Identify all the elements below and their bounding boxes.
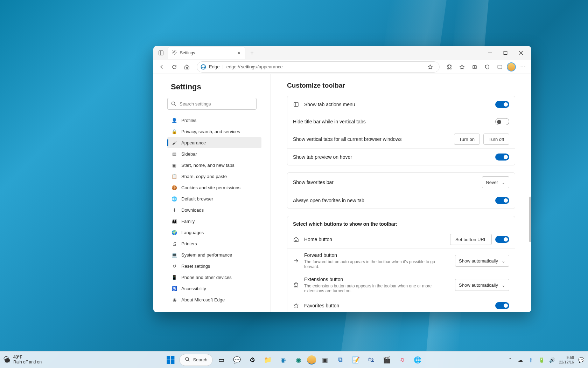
notepad-icon[interactable]: 📝 [349,353,363,367]
settings-app-icon[interactable]: ⚙ [246,353,259,367]
edge-logo-icon [201,64,206,70]
back-button[interactable] [156,61,167,73]
favorites-bar-label: Show favorites bar [293,179,477,185]
profile-avatar-button[interactable] [507,62,516,71]
extensions-button-desc: The extensions button auto appears in th… [304,284,450,293]
sidebar-item-accessibility[interactable]: ♿Accessibility [167,283,261,294]
sidebar-item-appearance[interactable]: 🖌Appearance [167,137,261,148]
sidebar-item-downloads[interactable]: ⬇Downloads [167,204,261,216]
nav-label: Languages [181,230,204,235]
task-view-button[interactable]: ▭ [215,353,228,367]
edge-canary-icon[interactable] [307,355,316,364]
forward-dropdown[interactable]: Show automatically ⌄ [455,255,509,267]
close-window-button[interactable] [513,46,528,60]
more-menu-button[interactable]: ⋯ [517,61,528,73]
volume-tray-icon[interactable]: 🔊 [548,357,555,363]
sidebar-item-cookies-and-site-permissions[interactable]: 🍪Cookies and site permissions [167,182,261,193]
sidebar-item-phone-and-other-devices[interactable]: 📱Phone and other devices [167,272,261,283]
nav-label: Reset settings [181,264,210,269]
new-tab-button[interactable]: ＋ [247,48,257,58]
favorite-star-button[interactable] [425,61,436,73]
minimize-button[interactable] [482,46,498,60]
chat-app-icon[interactable]: 💬 [230,353,244,367]
sidebar-item-languages[interactable]: 🌍Languages [167,227,261,238]
svg-point-2 [174,52,175,53]
favorites-newtab-label: Always open favorites in new tab [293,198,490,203]
sidebar-item-family[interactable]: 👪Family [167,216,261,227]
bluetooth-tray-icon[interactable]: ᛒ [527,357,534,363]
tab-actions-button[interactable] [156,48,166,58]
onedrive-tray-icon[interactable]: ☁ [517,357,524,363]
edge-beta-icon[interactable]: ◉ [292,353,305,367]
favorites-bar-dropdown[interactable]: Never ⌄ [482,176,509,188]
search-settings-input[interactable] [167,98,257,110]
vscode-icon[interactable]: ⧉ [334,353,347,367]
taskbar-search[interactable]: Search [179,354,212,366]
apple-music-icon[interactable]: ♫ [396,353,409,367]
extensions-dropdown[interactable]: Show automatically ⌄ [455,279,509,291]
set-button-url-button[interactable]: Set button URL [450,234,492,245]
extensions-toolbar-button[interactable] [444,61,455,73]
sidebar-item-about-microsoft-edge[interactable]: ◉About Microsoft Edge [167,294,261,305]
star-icon [293,303,299,308]
home-button[interactable] [181,61,192,73]
taskbar-clock[interactable]: 9:56 22/12/16 [559,355,574,364]
store-icon[interactable]: 🛍 [365,353,378,367]
nav-icon: 👤 [172,118,177,123]
nav-label: Share, copy and paste [181,174,227,179]
terminal-icon[interactable]: ▣ [318,353,332,367]
sidebar-item-reset-settings[interactable]: ↺Reset settings [167,260,261,272]
svg-rect-11 [498,65,502,69]
file-explorer-icon[interactable]: 📁 [261,353,274,367]
shield-button[interactable] [482,61,493,73]
edge-icon[interactable]: ◉ [276,353,290,367]
nav-icon: ♿ [172,286,177,291]
home-button-toggle[interactable] [495,236,509,243]
sidebar-item-share-copy-and-paste[interactable]: 📋Share, copy and paste [167,171,261,182]
nav-icon: ⬇ [172,207,177,213]
sidebar-item-printers[interactable]: 🖨Printers [167,238,261,249]
weather-widget[interactable]: 🌦 43°F Rain off and on [4,355,42,364]
tab-preview-toggle[interactable] [495,154,509,161]
tab-actions-toggle[interactable] [495,101,509,108]
turn-on-button[interactable]: Turn on [454,134,480,145]
favorites-button-toggle[interactable] [495,302,509,309]
notifications-tray-icon[interactable]: 💬 [578,357,584,363]
sidebar-item-default-browser[interactable]: 🌐Default browser [167,193,261,204]
titlebar: Settings ✕ ＋ [153,46,531,60]
extensions-icon [293,282,299,288]
browser-tab-settings[interactable]: Settings ✕ [168,47,245,59]
nav-icon: 👪 [172,219,177,224]
collections-button[interactable] [469,61,480,73]
turn-off-button[interactable]: Turn off [483,134,509,145]
sidebar-item-start-home-and-new-tabs[interactable]: ▣Start, home, and new tabs [167,159,261,171]
scroll-indicator[interactable] [529,197,531,242]
nav-icon: 🖌 [172,140,177,145]
refresh-button[interactable] [169,61,180,73]
search-icon [171,101,176,108]
favorites-newtab-toggle[interactable] [495,197,509,204]
favorites-button-label: Favorites button [304,303,490,308]
vertical-tabs-label: Show vertical tabs for all current brows… [293,136,449,142]
nav-icon: 🍪 [172,185,177,190]
battery-tray-icon[interactable]: 🔋 [538,357,545,363]
chrome-icon[interactable]: 🌐 [411,353,424,367]
chevron-down-icon: ⌄ [502,282,505,288]
close-tab-button[interactable]: ✕ [236,50,241,56]
start-button[interactable] [164,353,177,367]
sidebar-item-system-and-performance[interactable]: 💻System and performance [167,249,261,260]
svg-line-13 [175,105,176,106]
browser-essentials-button[interactable] [494,61,505,73]
tray-chevron-up-icon[interactable]: ˄ [506,357,513,363]
maximize-button[interactable] [498,46,513,60]
arrow-right-icon [293,258,299,264]
sidebar-item-privacy-search-and-services[interactable]: 🔒Privacy, search, and services [167,126,261,137]
sidebar-item-sidebar[interactable]: ▤Sidebar [167,148,261,159]
forward-button-label: Forward button [304,252,450,258]
hide-titlebar-toggle[interactable] [495,118,509,125]
address-bar[interactable]: Edge | edge://settings/appearance [197,61,440,73]
movies-icon[interactable]: 🎬 [380,353,393,367]
favorites-toolbar-button[interactable] [456,61,468,73]
nav-icon: 🔒 [172,129,177,134]
sidebar-item-profiles[interactable]: 👤Profiles [167,115,261,126]
